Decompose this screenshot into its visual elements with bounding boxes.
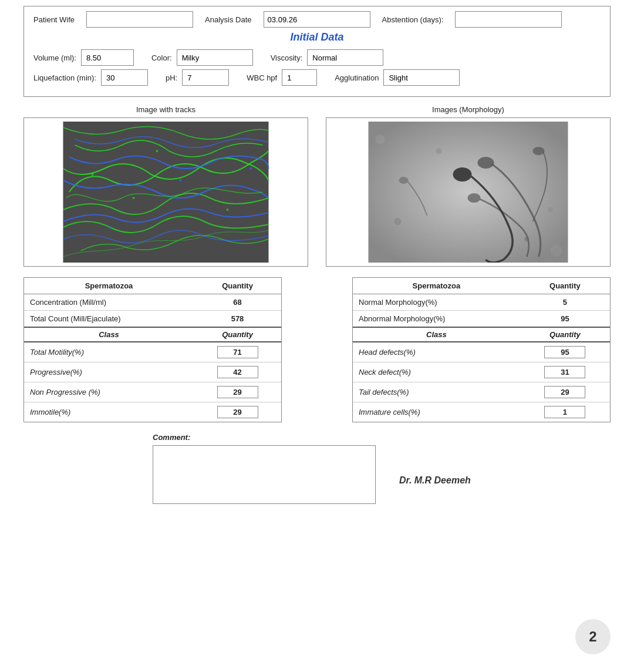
agglutination-input[interactable]: [383, 69, 460, 86]
head-defects-value: 95: [520, 342, 610, 362]
immature-cells-label: Immature cells(%): [353, 402, 520, 422]
normal-morphology-label: Normal Morphology(%): [353, 294, 520, 311]
table-row: Progressive(%) 42: [24, 362, 281, 382]
liquefaction-label: Liquefaction (min):: [33, 73, 96, 82]
non-progressive-label: Non Progressive (%): [24, 382, 194, 402]
analysis-date-input[interactable]: [264, 11, 370, 28]
volume-group: Volume (ml):: [33, 49, 134, 66]
immotile-label: Immotile(%): [24, 402, 194, 422]
viscosity-group: Viscosity:: [271, 49, 384, 66]
right-table-container: Spermatozoa Quantity Normal Morphology(%…: [352, 277, 611, 422]
tables-section: Spermatozoa Quantity Concentration (Mill…: [23, 277, 611, 422]
comment-section: Comment: Dr. M.R Deemeh: [153, 433, 611, 504]
right-table: Spermatozoa Quantity Normal Morphology(%…: [353, 278, 610, 422]
initial-data-row-1: Volume (ml): Color: Viscosity:: [33, 49, 601, 66]
comment-input[interactable]: [153, 445, 376, 504]
ph-label: pH:: [166, 73, 177, 82]
svg-point-15: [525, 237, 530, 241]
svg-point-12: [533, 147, 545, 155]
wbc-label: WBC hpf: [247, 73, 277, 82]
non-progressive-value: 29: [194, 382, 281, 402]
viscosity-label: Viscosity:: [271, 53, 303, 62]
header-section: Patient Wife Analysis Date Abstention (d…: [23, 6, 611, 97]
table-row: Normal Morphology(%) 5: [353, 294, 610, 311]
ph-input[interactable]: [182, 69, 229, 86]
liquefaction-group: Liquefaction (min):: [33, 69, 148, 86]
color-group: Color:: [151, 49, 253, 66]
volume-input[interactable]: [81, 49, 134, 66]
svg-point-14: [436, 148, 442, 154]
color-label: Color:: [151, 53, 172, 62]
table-row: Non Progressive (%) 29: [24, 382, 281, 402]
class-header-row: Class Quantity: [24, 327, 281, 342]
svg-point-19: [551, 245, 562, 257]
right-class-header-row: Class Quantity: [353, 327, 610, 342]
table-row: Total Motility(%) 71: [24, 342, 281, 362]
viscosity-input[interactable]: [307, 49, 383, 66]
table-row: Immotile(%) 29: [24, 402, 281, 422]
initial-data-row-2: Liquefaction (min): pH: WBC hpf Agglutin…: [33, 69, 601, 86]
images-section: Image with tracks: [23, 105, 611, 267]
normal-morphology-value: 5: [520, 294, 610, 311]
left-class-header: Class: [24, 327, 194, 342]
table-row: Tail defects(%) 29: [353, 382, 610, 402]
svg-point-13: [399, 177, 409, 184]
color-input[interactable]: [177, 49, 253, 66]
left-table-col1-header: Spermatozoa: [24, 278, 194, 294]
patient-wife-input[interactable]: [86, 11, 193, 28]
svg-point-5: [250, 167, 252, 170]
morphology-image-wrapper: [326, 117, 611, 267]
liquefaction-input[interactable]: [101, 69, 148, 86]
neck-defect-label: Neck defect(%): [353, 362, 520, 382]
agglutination-group: Agglutination: [335, 69, 460, 86]
initial-data-title: Initial Data: [33, 31, 601, 43]
page: Patient Wife Analysis Date Abstention (d…: [0, 0, 634, 672]
right-class-header: Class: [353, 327, 520, 342]
left-quantity-header: Quantity: [194, 327, 281, 342]
table-row: Immature cells(%) 1: [353, 402, 610, 422]
svg-point-1: [92, 173, 94, 176]
left-table-col2-header: Quantity: [194, 278, 281, 294]
abnormal-morphology-value: 95: [520, 311, 610, 328]
immotile-value: 29: [194, 402, 281, 422]
page-number: 2: [575, 619, 611, 654]
tracks-caption: Image with tracks: [136, 105, 195, 114]
svg-point-6: [156, 150, 158, 152]
right-table-col1-header: Spermatozoa: [353, 278, 520, 294]
tail-defects-value: 29: [520, 382, 610, 402]
table-row: Concentration (Mill/ml) 68: [24, 294, 281, 311]
table-row: Head defects(%) 95: [353, 342, 610, 362]
volume-label: Volume (ml):: [33, 53, 76, 62]
immature-cells-value: 1: [520, 402, 610, 422]
total-count-label: Total Count (Mill/Ejaculate): [24, 311, 194, 328]
svg-point-18: [376, 135, 385, 144]
tracks-image-wrapper: [23, 117, 308, 267]
table-row: Abnormal Morphology(%) 95: [353, 311, 610, 328]
right-table-col2-header: Quantity: [520, 278, 610, 294]
svg-point-11: [453, 167, 472, 182]
total-motility-value: 71: [194, 342, 281, 362]
neck-defect-value: 31: [520, 362, 610, 382]
total-motility-label: Total Motility(%): [24, 342, 194, 362]
comment-label: Comment:: [153, 433, 376, 442]
wbc-input[interactable]: [282, 69, 317, 86]
progressive-label: Progressive(%): [24, 362, 194, 382]
doctor-name: Dr. M.R Deemeh: [399, 475, 471, 486]
table-row: Neck defect(%) 31: [353, 362, 610, 382]
left-table: Spermatozoa Quantity Concentration (Mill…: [24, 278, 281, 422]
svg-point-7: [109, 226, 112, 229]
morphology-image-col: Images (Morphology): [326, 105, 611, 267]
concentration-value: 68: [194, 294, 281, 311]
tracks-image-col: Image with tracks: [23, 105, 308, 267]
svg-point-4: [227, 209, 229, 211]
svg-point-10: [468, 193, 481, 203]
left-table-container: Spermatozoa Quantity Concentration (Mill…: [23, 277, 282, 422]
head-defects-label: Head defects(%): [353, 342, 520, 362]
svg-point-16: [394, 218, 402, 225]
tracks-image: [28, 122, 304, 263]
morphology-caption: Images (Morphology): [432, 105, 504, 114]
progressive-value: 42: [194, 362, 281, 382]
morphology-image: [330, 122, 606, 263]
abstention-input[interactable]: [455, 11, 562, 28]
agglutination-label: Agglutination: [335, 73, 379, 82]
